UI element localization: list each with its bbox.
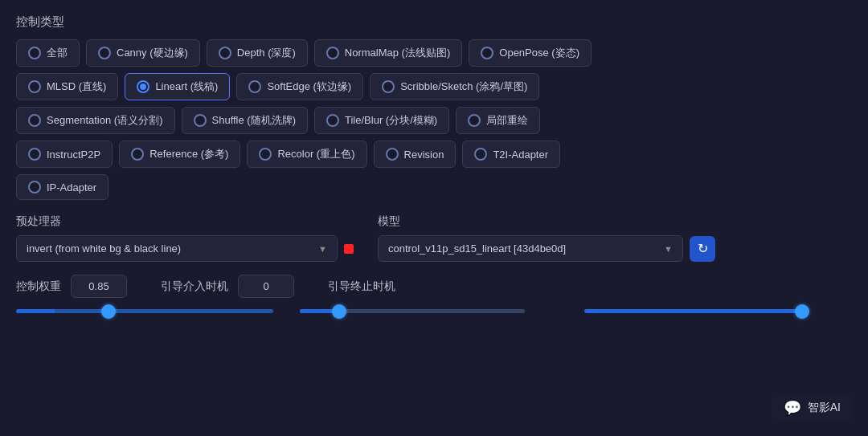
radio-circle-tileblur [326, 114, 339, 127]
radio-label-recolor: Recolor (重上色) [277, 147, 354, 161]
radio-circle-openpose [481, 47, 493, 59]
section-title-control-type: 控制类型 [16, 14, 852, 30]
guidance-start-label: 引导介入时机 [161, 279, 228, 294]
preprocessor-select[interactable]: invert (from white bg & black line) ▼ [16, 235, 338, 262]
preprocessor-group: 预处理器 invert (from white bg & black line)… [16, 214, 354, 262]
model-select[interactable]: control_v11p_sd15_lineart [43d4be0d] ▼ [378, 235, 683, 262]
radio-item-lineart[interactable]: Lineart (线稿) [125, 73, 230, 100]
radio-item-canny[interactable]: Canny (硬边缘) [86, 39, 200, 67]
control-weight-input[interactable]: 0.85 [71, 275, 127, 298]
control-weight-label: 控制权重 [16, 279, 61, 294]
radio-item-ipadapter[interactable]: IP-Adapter [16, 174, 108, 200]
watermark: 💬 智影AI [772, 394, 852, 422]
radio-item-recolor[interactable]: Recolor (重上色) [247, 141, 366, 168]
radio-circle-scribble [382, 80, 395, 93]
wechat-icon: 💬 [784, 399, 801, 417]
refresh-icon: ↻ [698, 241, 708, 256]
model-select-wrapper: control_v11p_sd15_lineart [43d4be0d] ▼ ↻ [378, 235, 715, 262]
slider-labels-row: 控制权重 0.85 引导介入时机 0 引导终止时机 [16, 275, 852, 298]
radio-circle-normalmap [326, 47, 339, 59]
radio-item-normalmap[interactable]: NormalMap (法线贴图) [314, 39, 462, 67]
radio-label-localrepaint: 局部重绘 [486, 113, 528, 128]
preprocessor-select-wrapper: invert (from white bg & black line) ▼ [16, 235, 354, 262]
radio-label-canny: Canny (硬边缘) [117, 46, 188, 60]
model-arrow-icon: ▼ [664, 244, 673, 254]
radio-row-4: IP-Adapter [16, 174, 852, 200]
radio-circle-softedge [248, 80, 261, 93]
preprocessor-model-section: 预处理器 invert (from white bg & black line)… [16, 214, 852, 262]
radio-item-mlsd[interactable]: MLSD (直线) [16, 73, 118, 100]
radio-circle-segmentation [28, 114, 41, 127]
watermark-text: 智影AI [808, 401, 841, 415]
guidance-end-label: 引导终止时机 [328, 279, 395, 294]
radio-circle-mlsd [28, 80, 41, 93]
radio-row-2: Segmentation (语义分割)Shuffle (随机洗牌)Tile/Bl… [16, 107, 852, 134]
radio-label-tileblur: Tile/Blur (分块/模糊) [345, 113, 437, 128]
radio-item-openpose[interactable]: OpenPose (姿态) [469, 39, 592, 67]
refresh-model-button[interactable]: ↻ [690, 236, 715, 262]
radio-row-1: MLSD (直线)Lineart (线稿)SoftEdge (软边缘)Scrib… [16, 73, 852, 100]
radio-item-all[interactable]: 全部 [16, 39, 80, 67]
radio-item-localrepaint[interactable]: 局部重绘 [456, 107, 540, 134]
radio-label-segmentation: Segmentation (语义分割) [47, 113, 163, 128]
guidance-start-input[interactable]: 0 [238, 275, 294, 298]
model-group: 模型 control_v11p_sd15_lineart [43d4be0d] … [378, 214, 715, 262]
radio-row-0: 全部Canny (硬边缘)Depth (深度)NormalMap (法线贴图)O… [16, 39, 852, 67]
radio-circle-canny [98, 47, 111, 59]
radio-circle-localrepaint [468, 114, 481, 127]
radio-label-reference: Reference (参考) [149, 147, 228, 161]
radio-item-segmentation[interactable]: Segmentation (语义分割) [16, 107, 175, 134]
preprocessor-arrow-icon: ▼ [318, 244, 327, 254]
radio-label-normalmap: NormalMap (法线贴图) [345, 46, 450, 60]
guidance-start-slider[interactable] [300, 309, 525, 313]
model-label: 模型 [378, 214, 715, 229]
radio-item-t2iadapter[interactable]: T2I-Adapter [462, 141, 560, 168]
radio-item-tileblur[interactable]: Tile/Blur (分块/模糊) [314, 107, 449, 134]
radio-circle-depth [219, 47, 231, 59]
preprocessor-value: invert (from white bg & black line) [27, 242, 181, 255]
guidance-end-slider[interactable] [584, 309, 809, 313]
radio-item-depth[interactable]: Depth (深度) [207, 39, 308, 67]
radio-item-reference[interactable]: Reference (参考) [119, 141, 240, 168]
radio-label-instructp2p: InstructP2P [47, 149, 100, 161]
model-value: control_v11p_sd15_lineart [43d4be0d] [388, 242, 566, 255]
radio-circle-t2iadapter [474, 148, 487, 161]
radio-label-shuffle: Shuffle (随机洗牌) [212, 113, 297, 128]
guidance-start-slider-group [300, 309, 567, 313]
radio-item-instructp2p[interactable]: InstructP2P [16, 141, 113, 168]
radio-circle-reference [131, 148, 144, 161]
sliders-row [16, 309, 852, 313]
radio-item-revision[interactable]: Revision [374, 141, 457, 168]
radio-label-scribble: Scribble/Sketch (涂鸦/草图) [400, 79, 527, 94]
radio-item-softedge[interactable]: SoftEdge (软边缘) [236, 73, 363, 100]
radio-label-t2iadapter: T2I-Adapter [493, 149, 548, 161]
radio-circle-ipadapter [28, 181, 41, 194]
radio-circle-all [28, 47, 41, 59]
preprocessor-label: 预处理器 [16, 214, 354, 229]
radio-label-depth: Depth (深度) [237, 46, 296, 60]
radio-circle-instructp2p [28, 148, 41, 161]
radio-circle-lineart [137, 80, 149, 93]
radio-label-softedge: SoftEdge (软边缘) [267, 79, 351, 94]
guidance-end-slider-group [584, 309, 852, 313]
red-dot-icon [344, 244, 354, 254]
radio-label-revision: Revision [404, 149, 444, 161]
radio-label-all: 全部 [47, 46, 68, 60]
radio-label-mlsd: MLSD (直线) [47, 79, 106, 94]
radio-circle-revision [386, 148, 399, 161]
control-weight-slider-group [16, 309, 284, 313]
radio-label-ipadapter: IP-Adapter [47, 181, 96, 194]
control-type-grid: 全部Canny (硬边缘)Depth (深度)NormalMap (法线贴图)O… [16, 39, 852, 200]
radio-item-shuffle[interactable]: Shuffle (随机洗牌) [182, 107, 309, 134]
control-weight-slider[interactable] [16, 309, 273, 313]
radio-row-3: InstructP2PReference (参考)Recolor (重上色)Re… [16, 141, 852, 168]
radio-item-scribble[interactable]: Scribble/Sketch (涂鸦/草图) [370, 73, 539, 100]
radio-label-lineart: Lineart (线稿) [155, 79, 218, 94]
radio-circle-recolor [259, 148, 272, 161]
radio-circle-shuffle [194, 114, 207, 127]
radio-label-openpose: OpenPose (姿态) [499, 46, 579, 60]
